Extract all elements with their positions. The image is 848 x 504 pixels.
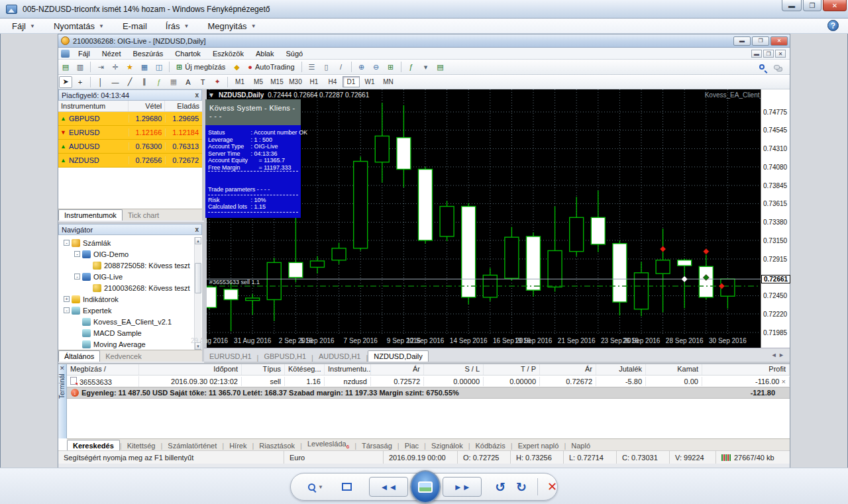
timeframe-h1[interactable]: H1: [305, 76, 323, 87]
trendline-icon[interactable]: ╱: [123, 76, 136, 88]
col-instrument[interactable]: Instrumentum: [58, 101, 129, 111]
terminal-col-3[interactable]: Kötéseg...: [285, 364, 325, 375]
mt4-close-button[interactable]: ✕: [770, 36, 788, 46]
zoom-dropdown-icon[interactable]: ▼: [318, 484, 323, 490]
favorites-icon[interactable]: ★: [123, 61, 136, 73]
minimize-button[interactable]: ▬: [782, 0, 802, 11]
timeframe-mn[interactable]: MN: [380, 76, 397, 87]
close-order-icon[interactable]: ×: [782, 378, 786, 385]
cursor-icon[interactable]: ➤: [59, 76, 72, 88]
tree-item-sz-ml-k[interactable]: -Számlák: [61, 237, 202, 248]
collapse-icon[interactable]: -: [74, 274, 80, 279]
col-bid[interactable]: Vétel: [129, 101, 166, 111]
tree-item-indik-torok[interactable]: +Indikátorok: [61, 293, 202, 305]
navigator-close-icon[interactable]: x: [195, 226, 199, 233]
terminal-col-0[interactable]: Megbízás /: [67, 364, 139, 375]
navigator-scrollbar[interactable]: ▲ ▼: [194, 237, 201, 350]
terminal-col-2[interactable]: Típus: [242, 364, 285, 375]
autotrading-button[interactable]: ●AutoTrading: [244, 61, 298, 73]
mt4-menu-eszközök[interactable]: Eszközök: [207, 49, 250, 58]
terminal-close-icon[interactable]: ✕: [60, 365, 65, 372]
tree-item-expertek[interactable]: -Expertek: [61, 305, 202, 316]
expand-icon[interactable]: +: [64, 296, 70, 302]
terminal-col-5[interactable]: Ár: [371, 364, 424, 375]
grid-icon[interactable]: ▦: [167, 76, 180, 88]
rotate-ccw-icon[interactable]: ↺: [495, 479, 505, 495]
bar-chart-icon[interactable]: ☰: [305, 61, 319, 73]
terminal-col-8[interactable]: Ár: [540, 364, 596, 375]
script-icon[interactable]: ◆: [230, 61, 243, 73]
timeframe-m5[interactable]: M5: [250, 76, 267, 87]
col-ask[interactable]: Eladás: [165, 101, 202, 111]
viewer-menu-megnyits[interactable]: Megnyitás▼: [201, 20, 262, 32]
hline-icon[interactable]: —: [109, 76, 122, 88]
chart-tab-eurusd-h1[interactable]: EURUSD,H1: [204, 351, 257, 362]
new-order-button[interactable]: ⊞Új megbízás: [172, 61, 229, 73]
tile-windows-icon[interactable]: ⊞: [384, 61, 398, 73]
terminal-tab-levelesl-da[interactable]: Levelesláda6: [302, 438, 354, 452]
tree-item-oig-live[interactable]: -OIG-Live: [61, 271, 202, 282]
tab-kedvencek[interactable]: Kedvencek: [100, 351, 146, 362]
scroll-up-icon[interactable]: ▲: [195, 237, 201, 244]
terminal-col-7[interactable]: T / P: [484, 364, 540, 375]
profiles-icon[interactable]: ▥: [74, 61, 87, 73]
data-window-icon[interactable]: ◫: [152, 61, 166, 73]
fit-to-window-icon[interactable]: [342, 483, 352, 491]
mt4-menu-nézet[interactable]: Nézet: [96, 49, 127, 58]
channel-icon[interactable]: ∥: [138, 76, 151, 88]
collapse-icon[interactable]: -: [74, 251, 80, 257]
market-watch-row-eurusd[interactable]: ▼EURUSD1.121661.12184: [58, 126, 202, 140]
mt4-menu-chartok[interactable]: Chartok: [169, 49, 207, 58]
fibonacci-icon[interactable]: ƒ: [152, 76, 166, 88]
viewer-menu-rs[interactable]: Írás▼: [159, 20, 196, 32]
terminal-col-11[interactable]: Profit: [702, 364, 790, 375]
templates-icon[interactable]: ▤: [434, 61, 447, 73]
market-watch-close-icon[interactable]: x: [195, 91, 199, 99]
label-icon[interactable]: T: [196, 76, 209, 88]
zoom-out-icon[interactable]: ⊖: [370, 61, 383, 73]
chart-shift-icon[interactable]: ⇥: [94, 61, 107, 73]
timeframe-m15[interactable]: M15: [268, 76, 286, 87]
periods-icon[interactable]: ▾: [419, 61, 433, 73]
collapse-icon[interactable]: -: [64, 240, 70, 246]
scroll-thumb[interactable]: [195, 263, 201, 293]
chart-tab-gbpusd-h1[interactable]: GBPUSD,H1: [258, 351, 311, 362]
mt4-minimize-button[interactable]: ▬: [733, 36, 751, 46]
tree-item-macd-sample[interactable]: MACD Sample: [61, 327, 202, 338]
line-chart-icon[interactable]: /: [335, 61, 348, 73]
tree-item-2100036268--k-vess-teszt[interactable]: 2100036268: Kövess teszt: [61, 282, 202, 293]
new-chart-icon[interactable]: ▤: [59, 61, 72, 73]
viewer-menu-nyomtats[interactable]: Nyomtatás▼: [47, 20, 111, 32]
next-button[interactable]: ►►: [443, 477, 482, 497]
rotate-cw-icon[interactable]: ↻: [516, 479, 527, 495]
timeframe-d1[interactable]: D1: [343, 76, 360, 87]
mt4-menu-súgó[interactable]: Súgó: [280, 49, 309, 58]
tab-instrumentumok[interactable]: Instrumentumok: [58, 209, 123, 221]
zoom-in-icon[interactable]: ⊕: [355, 61, 368, 73]
terminal-col-6[interactable]: S / L: [424, 364, 484, 375]
mt4-restore-button[interactable]: ❐: [752, 36, 769, 46]
search-icon[interactable]: [755, 61, 768, 73]
price-scale[interactable]: 0.747750.745450.743100.740800.738450.736…: [761, 89, 790, 348]
restore-button[interactable]: ❐: [803, 0, 822, 11]
order-row[interactable]: 365536332016.09.30 02:13:02sell1.16nzdus…: [67, 376, 790, 387]
timeframe-w1[interactable]: W1: [361, 76, 378, 87]
collapse-icon[interactable]: -: [64, 307, 70, 313]
crosshair-tool-icon[interactable]: +: [74, 76, 87, 88]
chart-collapse-icon[interactable]: ▼: [208, 91, 215, 99]
terminal-col-4[interactable]: Instrumentu...: [325, 364, 371, 375]
chart-tab-scroll-icons[interactable]: ◄ ►: [771, 352, 784, 358]
viewer-menu-email[interactable]: E-mail: [116, 20, 154, 32]
slideshow-button[interactable]: [410, 470, 441, 503]
candle-chart-icon[interactable]: ▯: [320, 61, 333, 73]
zoom-icon[interactable]: [308, 483, 315, 491]
indicators-icon[interactable]: ƒ: [405, 61, 418, 73]
child-restore-icon[interactable]: ❐: [763, 50, 774, 58]
terminal-col-9[interactable]: Jutalék: [596, 364, 646, 375]
shapes-icon[interactable]: ✦: [211, 76, 224, 88]
vline-icon[interactable]: │: [94, 76, 107, 88]
tree-item-moving-average[interactable]: Moving Average: [61, 338, 202, 349]
crosshair-icon[interactable]: ✛: [109, 61, 122, 73]
tab-tick-chart[interactable]: Tick chart: [123, 210, 164, 221]
chat-icon[interactable]: [770, 61, 783, 73]
